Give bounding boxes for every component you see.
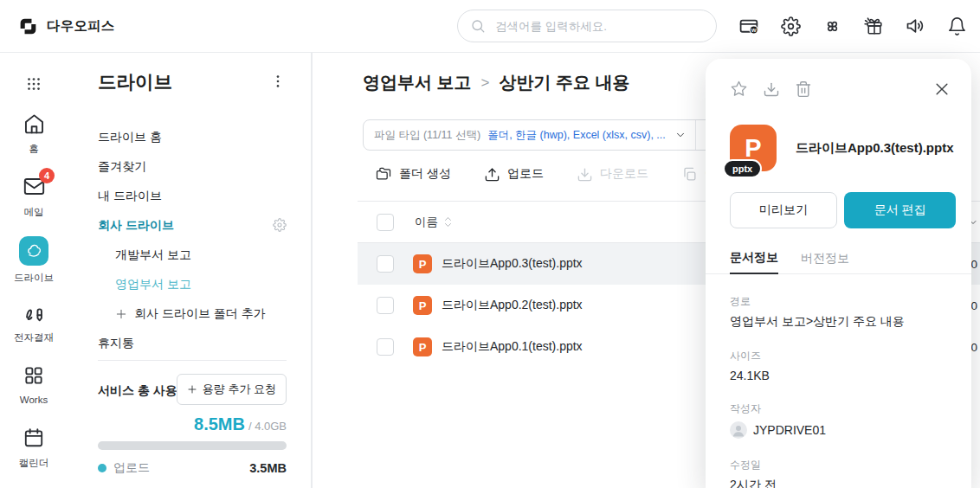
edge-fragment: 0 [970, 341, 977, 354]
payment-card-icon[interactable]: W [738, 15, 760, 37]
name-column-header: 이름 [415, 215, 438, 230]
nav-folder-sales-report[interactable]: 영업부서 보고 [98, 270, 287, 299]
download-icon [577, 166, 593, 183]
field-author: 작성자 JYPDRIVE01 [730, 401, 954, 439]
apps-pinwheel-icon[interactable] [821, 15, 843, 37]
preview-button[interactable]: 미리보기 [730, 192, 837, 228]
rail-item-calendar[interactable]: 캘린더 [19, 425, 49, 474]
download-button[interactable]: 다운로드 [577, 166, 648, 183]
nav-add-company-folder[interactable]: 회사 드라이브 폴더 추가 [98, 299, 287, 329]
field-modified: 수정일 2시간 전 [730, 458, 954, 488]
topbar-icons: W [738, 0, 968, 52]
mail-icon: 4 [21, 174, 47, 200]
company-drive-gear-icon[interactable] [273, 218, 287, 234]
plus-icon [187, 384, 197, 395]
field-size: 사이즈 24.1KB [730, 349, 954, 382]
nav-favorites[interactable]: 즐겨찾기 [98, 152, 287, 182]
close-icon[interactable] [933, 80, 951, 98]
pptx-file-icon: P [413, 254, 432, 273]
sort-icon[interactable] [444, 216, 452, 228]
drive-nav-title: 드라이브 [98, 69, 172, 94]
signature-pen-icon [21, 299, 47, 325]
favorite-star-icon[interactable] [730, 80, 748, 98]
rail-item-mail[interactable]: 4 메일 [21, 174, 47, 223]
upload-usage-row: 업로드 3.5MB [98, 460, 287, 476]
file-extension-badge: pptx [723, 159, 762, 178]
nav-trash[interactable]: 휴지통 [98, 329, 287, 358]
rail-item-works[interactable]: Works [20, 363, 48, 412]
edit-document-button[interactable]: 문서 편집 [844, 192, 956, 228]
mail-unread-badge: 4 [39, 168, 55, 183]
search-icon [470, 18, 486, 34]
daou-logo-icon [17, 16, 39, 37]
breadcrumb-separator: > [481, 74, 490, 92]
filter-value: 폴더, 한글 (hwp), Excel (xlsx, csv), ... [487, 128, 666, 143]
author-name: JYPDRIVE01 [753, 423, 826, 437]
storage-usage-value: 8.5MB / 4.0GB [194, 414, 287, 434]
nav-company-drive[interactable]: 회사 드라이브 [98, 211, 287, 241]
top-bar: 다우오피스 W [0, 0, 980, 53]
nav-drive-home[interactable]: 드라이브 홈 [98, 123, 287, 152]
rail-item-drive[interactable]: 드라이브 [14, 236, 54, 286]
calendar-icon [21, 425, 47, 451]
breadcrumb-current: 상반기 주요 내용 [500, 71, 630, 94]
tab-version-info[interactable]: 버전정보 [801, 243, 849, 273]
file-name[interactable]: 드라이브App0.3(test).pptx [442, 256, 583, 272]
edge-fragment: 0 [970, 258, 977, 271]
nav-folder-dev-report[interactable]: 개발부서 보고 [98, 241, 287, 270]
announcement-speaker-icon[interactable] [904, 15, 926, 37]
home-icon [21, 111, 47, 137]
plus-icon [115, 308, 127, 320]
chevron-down-icon[interactable] [674, 129, 687, 141]
trash-icon[interactable] [795, 80, 812, 98]
more-menu-icon[interactable] [269, 73, 287, 93]
file-name[interactable]: 드라이브App0.2(test).pptx [442, 298, 583, 313]
select-all-checkbox[interactable] [377, 214, 394, 231]
field-path: 경로 영업부서 보고>상반기 주요 내용 [730, 294, 954, 330]
file-toolbar: 폴더 생성 업로드 다운로드 이동 [375, 165, 729, 183]
breadcrumb: 영업부서 보고 > 상반기 주요 내용 [363, 71, 630, 94]
file-name[interactable]: 드라이브App0.1(test).pptx [442, 339, 583, 355]
nav-my-drive[interactable]: 내 드라이브 [98, 182, 287, 211]
edge-fragment: 0 [970, 299, 977, 312]
row-checkbox[interactable] [377, 255, 394, 273]
upload-button[interactable]: 업로드 [484, 166, 544, 183]
folder-plus-icon [375, 165, 392, 183]
upload-legend-dot [98, 464, 106, 472]
storage-usage-label: 서비스 총 사용량 [98, 383, 190, 399]
svg-text:W: W [751, 26, 756, 32]
storage-used: 8.5MB [194, 414, 245, 434]
filter-label: 파일 타입 (11/11 선택) [374, 128, 480, 143]
detail-tabs: 문서정보 버전정보 [706, 243, 971, 274]
avatar [730, 421, 747, 439]
file-type-filter[interactable]: 파일 타입 (11/11 선택) 폴더, 한글 (hwp), Excel (xl… [363, 119, 729, 151]
detail-file-name: 드라이브App0.3(test).pptx [796, 139, 954, 157]
gift-icon[interactable] [862, 15, 885, 37]
pptx-file-icon-large: P pptx [730, 125, 777, 171]
drive-nav-panel: 드라이브 드라이브 홈 즐겨찾기 내 드라이브 회사 드라이브 개발부서 보고 … [68, 52, 312, 488]
upload-icon [484, 166, 500, 183]
create-folder-button[interactable]: 폴더 생성 [375, 165, 451, 183]
tab-document-info[interactable]: 문서정보 [730, 243, 778, 274]
storage-total: / 4.0GB [248, 420, 287, 433]
works-grid-icon [21, 363, 47, 388]
global-search[interactable] [457, 10, 717, 42]
row-checkbox[interactable] [377, 297, 394, 314]
request-quota-button[interactable]: 용량 추가 요청 [177, 374, 287, 405]
notification-bell-icon[interactable] [945, 15, 968, 37]
rail-item-home[interactable]: 홈 [21, 111, 47, 160]
app-title: 다우오피스 [47, 17, 115, 35]
download-icon[interactable] [763, 80, 780, 98]
settings-gear-icon[interactable] [779, 15, 802, 37]
breadcrumb-parent[interactable]: 영업부서 보고 [363, 71, 472, 94]
move-copy-icon [681, 166, 698, 183]
pptx-file-icon: P [413, 296, 432, 315]
row-checkbox[interactable] [377, 338, 394, 356]
app-logo[interactable]: 다우오피스 [17, 0, 115, 52]
pptx-file-icon: P [413, 337, 432, 356]
rail-item-approval[interactable]: 전자결재 [14, 299, 54, 349]
storage-progress-bar [98, 441, 287, 450]
drive-cloud-icon [19, 236, 48, 266]
search-input[interactable] [493, 19, 704, 34]
app-grid-menu-icon[interactable] [24, 74, 43, 97]
